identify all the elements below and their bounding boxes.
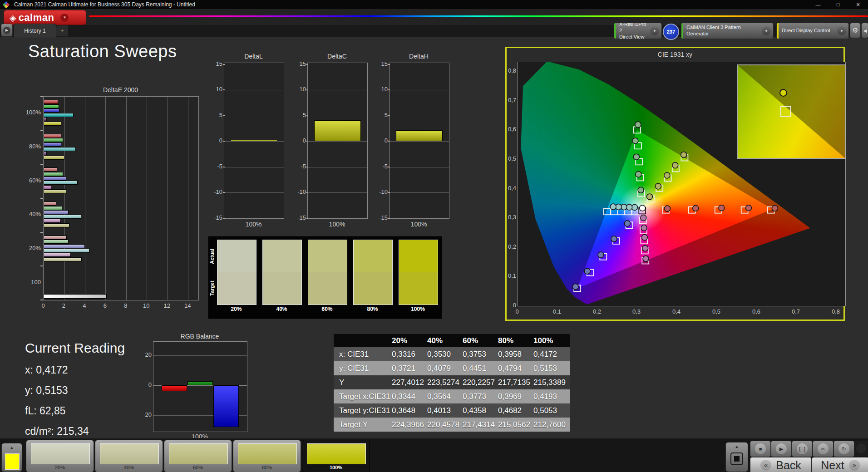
deltah-title: DeltaH	[389, 53, 449, 60]
axis-tick-mark	[40, 232, 43, 233]
deltae-bar-100%-4	[44, 117, 47, 121]
deltae-bar-60%-3	[44, 181, 78, 185]
deltae-bar-40%-1	[44, 206, 62, 210]
y-axis-tick: 15	[375, 60, 388, 67]
plot-area	[224, 63, 284, 219]
deltac-bar	[314, 120, 361, 141]
current-pattern-color	[5, 453, 20, 470]
display-control-label: Direct Display Control	[779, 28, 837, 34]
axis-tick-mark	[306, 89, 308, 90]
comparator-swatch-100%	[399, 240, 438, 305]
play-arrow-icon: ▶	[3, 27, 10, 34]
pattern-button-100%[interactable]: 100%	[302, 440, 370, 472]
measure-series-button[interactable]: [··]	[792, 441, 813, 457]
axis-tick-mark	[388, 64, 390, 65]
chevron-down-icon[interactable]: ▼	[650, 26, 659, 35]
pattern-button-20%[interactable]: 20%	[26, 440, 94, 472]
deltae-bar-80%-0	[44, 134, 61, 138]
gridline	[308, 192, 367, 193]
chevron-down-icon[interactable]: ▼	[837, 26, 846, 35]
gridline	[390, 192, 449, 193]
deltae-bar-20%-4	[44, 253, 71, 257]
current-pattern-button[interactable]: ▲	[1, 443, 22, 472]
axis-tick-mark	[306, 167, 308, 167]
table-cell: 0,3773	[463, 392, 498, 401]
collapse-panel-button[interactable]: ◀	[861, 23, 868, 38]
y-axis-tick: -10	[375, 188, 388, 195]
deltae-bar-60%-0	[44, 167, 57, 172]
gridline	[105, 97, 106, 300]
pattern-color-chip	[100, 443, 159, 464]
deltae2000-chart-title: DeltaE 2000	[43, 86, 198, 93]
x-axis-tick: 0	[36, 302, 50, 309]
column-header-100%: 100%	[533, 336, 569, 345]
cie-y-tick: 0	[507, 302, 516, 309]
chevron-down-icon[interactable]: ▼	[762, 26, 771, 35]
table-cell: 0,3648	[392, 406, 427, 415]
axis-tick-mark	[306, 141, 308, 142]
table-cell: 0,3721	[392, 364, 427, 373]
continuous-measure-button[interactable]: ∞	[813, 441, 833, 457]
tab-history-1[interactable]: History 1	[14, 24, 56, 38]
cie-x-tick: 0,8	[827, 308, 845, 315]
table-row-x: CIE31: x: CIE310,33160,35300,37530,39580,4172	[334, 347, 570, 361]
add-tab-button[interactable]: +	[56, 25, 68, 36]
table-header-row: 20%40%60%80%100%	[334, 334, 570, 347]
deltae-bar-80%-3	[44, 147, 76, 151]
gridline	[64, 97, 65, 300]
loop-button[interactable]: ↻	[833, 441, 854, 457]
swatch-label: 20%	[217, 306, 256, 312]
pattern-window-controls[interactable]: ▲	[725, 442, 748, 472]
target-point-marker	[780, 106, 791, 117]
current-reading-panel: Current Reading x: 0,4172y: 0,5153fL: 62…	[25, 340, 152, 356]
x-axis-label: 100%	[389, 221, 449, 228]
deltac-title: DeltaC	[307, 53, 367, 60]
cie-x-tick: 0,1	[548, 308, 566, 315]
stop-pattern-icon	[730, 452, 743, 465]
cie-x-tick: 0	[508, 308, 526, 315]
meter-read-count-badge: 237	[663, 24, 679, 40]
pattern-button-40%[interactable]: 40%	[95, 440, 163, 472]
axis-tick-mark	[388, 192, 390, 193]
calman-menu-button[interactable]: ◈ calman ▼	[4, 10, 86, 25]
deltae-bar-20%-3	[44, 249, 89, 253]
table-row-Target Y: Target Y224,3966220,4578217,4314215,0562…	[334, 418, 570, 432]
x-axis-label: 100%	[307, 221, 367, 228]
table-cell: 0,4013	[427, 406, 463, 415]
table-cell: 0,3958	[498, 350, 533, 359]
color-comparator-panel: Actual Target 20%40%60%80%100%	[208, 236, 442, 319]
y-axis-tick: 5	[210, 112, 222, 118]
y-axis-tick: 15	[293, 60, 306, 67]
stop-button[interactable]: ■	[750, 441, 771, 457]
maximize-button[interactable]: □	[828, 0, 848, 9]
source-select-button[interactable]: CalMAN Client 3 Pattern Generator ▼	[681, 23, 774, 39]
meter-select-button[interactable]: X-Rite i1Pro 2Direct View ▼	[614, 23, 662, 39]
group-label: 60%	[21, 177, 41, 184]
tab-scroll-button[interactable]: ▶	[1, 24, 13, 37]
y-axis-tick: 0	[138, 381, 152, 388]
target-color	[217, 272, 256, 305]
loop-icon: ↻	[838, 443, 849, 454]
pattern-button-80%[interactable]: 80%	[233, 440, 301, 472]
row-label: x: CIE31	[334, 350, 392, 359]
pattern-label: 20%	[26, 465, 94, 470]
play-button[interactable]: ▶	[771, 441, 792, 457]
cie-x-tick: 0,6	[747, 308, 765, 315]
gridline	[224, 167, 284, 167]
next-button[interactable]: Next »	[812, 457, 868, 472]
back-button[interactable]: « Back	[750, 457, 812, 472]
settings-button[interactable]: ⚙	[850, 23, 861, 38]
table-row-y: CIE31: y: CIE310,37210,40790,44510,47940,5153	[334, 361, 570, 375]
cie-y-tick: 0,3	[507, 214, 516, 221]
chevron-down-icon[interactable]: ▼	[60, 14, 69, 22]
deltae-bar-40%-4	[44, 219, 61, 223]
minimize-button[interactable]: —	[808, 0, 828, 9]
x-axis-tick: 4	[78, 302, 91, 309]
pattern-button-60%[interactable]: 60%	[164, 440, 232, 472]
display-control-button[interactable]: Direct Display Control ▼	[776, 23, 849, 39]
reading-value: cd/m²: 215,34	[25, 425, 89, 438]
table-cell: 0,3344	[392, 392, 427, 401]
close-button[interactable]: ✕	[848, 0, 868, 9]
axis-tick-mark	[306, 192, 308, 193]
calman-diamond-icon: ◈	[10, 13, 16, 23]
